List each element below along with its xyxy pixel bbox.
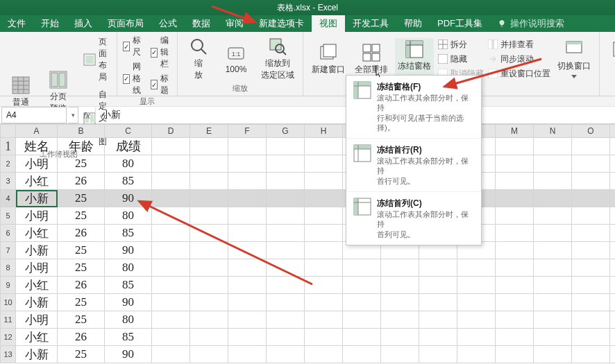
fx-icon[interactable]: fx [78,110,95,121]
grid[interactable]: ABCDEFGHIJKLMNOP 1姓名年龄成绩2小明25803小红26854小… [0,124,615,363]
cell[interactable]: 80 [105,155,152,173]
btn-switch-window[interactable]: 切换窗口 [555,38,593,80]
col-header-F[interactable]: F [228,125,267,138]
cell[interactable]: 小红 [16,277,58,294]
cell[interactable] [381,311,419,329]
cell[interactable] [419,346,457,363]
cell[interactable]: 小红 [16,329,58,346]
cell[interactable] [457,277,496,294]
cell[interactable]: 25 [58,346,105,363]
cell[interactable]: 26 [58,225,105,242]
cell[interactable] [496,294,534,311]
cell[interactable]: 小明 [16,155,58,173]
row-header[interactable]: 10 [1,294,16,311]
cell[interactable] [534,225,572,242]
cell[interactable] [457,346,496,363]
cell[interactable] [190,155,228,173]
cell[interactable] [190,173,228,190]
cell[interactable] [610,277,616,294]
name-box[interactable]: A4 [1,107,67,123]
cell[interactable] [610,207,616,225]
cell[interactable] [534,207,572,225]
cell[interactable] [381,346,419,363]
cell[interactable]: 小明 [16,207,58,225]
row-header[interactable]: 4 [1,190,16,207]
cell[interactable] [572,155,610,173]
tab-pdf[interactable]: PDF工具集 [430,15,490,32]
cell[interactable] [381,259,419,277]
cell[interactable] [496,277,534,294]
cell[interactable]: 85 [105,225,152,242]
row-header[interactable]: 12 [1,329,16,346]
select-all-corner[interactable] [1,125,16,138]
btn-syncscroll[interactable]: 同步滚动 [488,53,550,65]
cell[interactable] [496,138,534,155]
cell[interactable] [534,138,572,155]
col-header-B[interactable]: B [58,125,105,138]
cell[interactable] [152,242,190,259]
cell[interactable] [305,259,343,277]
cell[interactable]: 26 [58,173,105,190]
tab-dev[interactable]: 开发工具 [345,15,396,32]
cell[interactable]: 80 [105,259,152,277]
cell[interactable]: 小明 [16,311,58,329]
freeze-menu-item-0[interactable]: 冻结窗格(F)滚动工作表其余部分时，保持行和列可见(基于当前的选择)。 [346,76,481,139]
cell[interactable] [496,242,534,259]
cell[interactable] [267,190,305,207]
cell[interactable] [457,329,496,346]
cell[interactable] [572,259,610,277]
cell[interactable] [343,329,381,346]
cell[interactable] [228,242,267,259]
cell[interactable] [152,207,190,225]
cell[interactable] [572,138,610,155]
col-header-A[interactable]: A [16,125,58,138]
tab-review[interactable]: 审阅 [218,15,251,32]
chk-headings[interactable]: ✓标题 [151,73,171,96]
cell[interactable] [152,190,190,207]
cell[interactable] [534,190,572,207]
cell[interactable]: 26 [58,277,105,294]
cell[interactable] [267,311,305,329]
btn-sidebyside[interactable]: 并排查看 [488,39,550,51]
cell[interactable] [267,259,305,277]
cell[interactable] [381,277,419,294]
cell[interactable] [534,259,572,277]
cell[interactable] [457,294,496,311]
cell[interactable]: 85 [105,277,152,294]
cell[interactable] [228,207,267,225]
cell[interactable] [457,311,496,329]
cell[interactable] [419,311,457,329]
chk-gridlines[interactable]: ✓网格线 [123,61,144,96]
cell[interactable] [534,329,572,346]
cell[interactable] [190,294,228,311]
cell[interactable] [305,190,343,207]
cell[interactable] [419,294,457,311]
cell[interactable]: 成绩 [105,138,152,155]
row-header[interactable]: 11 [1,311,16,329]
cell[interactable] [496,329,534,346]
cell[interactable] [152,294,190,311]
btn-view-normal[interactable]: 普通 [6,74,36,110]
cell[interactable] [572,225,610,242]
cell[interactable] [572,173,610,190]
cell[interactable] [228,173,267,190]
tab-insert[interactable]: 插入 [67,15,100,32]
cell[interactable] [267,155,305,173]
cell[interactable] [305,294,343,311]
cell[interactable]: 90 [105,346,152,363]
cell[interactable] [228,277,267,294]
freeze-menu-item-2[interactable]: 冻结首列(C)滚动工作表其余部分时，保持首列可见。 [346,192,481,245]
cell[interactable] [305,138,343,155]
cell[interactable] [190,329,228,346]
cell[interactable] [305,311,343,329]
cell[interactable] [305,225,343,242]
cell[interactable] [228,225,267,242]
cell[interactable] [610,155,616,173]
cell[interactable] [190,207,228,225]
row-header[interactable]: 2 [1,155,16,173]
col-header-O[interactable]: O [572,125,610,138]
cell[interactable] [190,277,228,294]
cell[interactable] [534,294,572,311]
cell[interactable] [610,346,616,363]
cell[interactable] [267,225,305,242]
